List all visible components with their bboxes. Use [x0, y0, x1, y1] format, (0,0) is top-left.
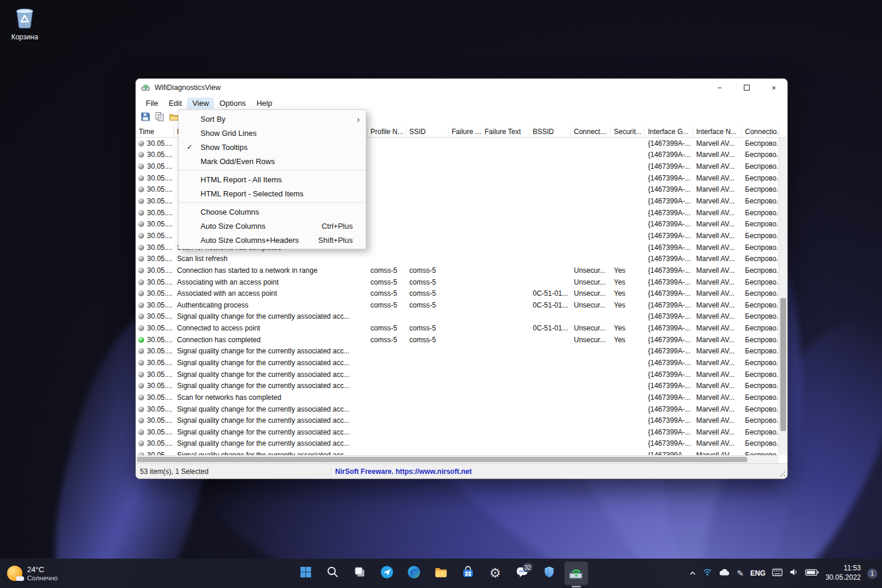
- checkmark-icon: ✓: [179, 143, 201, 151]
- cell-interface-name: Marvell AV...: [693, 255, 742, 263]
- wifi-tray-icon[interactable]: [703, 568, 712, 579]
- search-button[interactable]: [321, 562, 345, 585]
- event-description: Signal quality change for the currently …: [174, 451, 368, 455]
- table-row[interactable]: 30.05....Signal quality change for the c…: [136, 346, 787, 358]
- column-header-interface-g[interactable]: Interface G...: [645, 126, 693, 137]
- edge-button[interactable]: [402, 562, 426, 585]
- column-header-securit[interactable]: Securit...: [611, 126, 645, 137]
- column-header-failure-text[interactable]: Failure Text: [482, 126, 530, 137]
- cell-interface-guid: {1467399A-...: [645, 370, 693, 379]
- status-led-icon: [138, 440, 144, 446]
- file-explorer-button[interactable]: [429, 562, 453, 585]
- messenger-app-button[interactable]: [375, 562, 399, 585]
- menu-item-show-grid-lines[interactable]: Show Grid Lines: [179, 126, 366, 140]
- vertical-scrollbar-thumb[interactable]: [780, 298, 786, 432]
- menu-item-mark-odd-even-rows[interactable]: Mark Odd/Even Rows: [179, 154, 366, 168]
- column-header-time[interactable]: Time: [136, 126, 174, 137]
- table-row[interactable]: 30.05....Signal quality change for the c…: [136, 415, 787, 426]
- table-row[interactable]: 30.05....Connected to access pointcomss-…: [136, 322, 787, 334]
- file-explorer-icon: [434, 565, 448, 582]
- table-row[interactable]: 30.05....Signal quality change for the c…: [136, 311, 787, 323]
- menu-view[interactable]: View: [187, 98, 214, 109]
- volume-icon[interactable]: [789, 568, 799, 579]
- table-row[interactable]: 30.05....Connection has completedcomss-5…: [136, 334, 787, 346]
- menu-item-auto-size-columns-headers[interactable]: Auto Size Columns+HeadersShift+Plus: [179, 233, 366, 247]
- menu-edit[interactable]: Edit: [163, 98, 187, 109]
- menu-options[interactable]: Options: [214, 98, 251, 109]
- event-description: Signal quality change for the currently …: [174, 439, 368, 447]
- cell-profile: comss-5: [368, 289, 406, 298]
- event-time: 30.05....: [147, 312, 172, 320]
- column-header-interface-n[interactable]: Interface N...: [693, 126, 742, 137]
- tray-chevron-up-icon[interactable]: [689, 568, 696, 579]
- onedrive-cloud-icon[interactable]: [719, 568, 730, 579]
- table-row[interactable]: 30.05....Associated with an access point…: [136, 288, 787, 299]
- table-row[interactable]: 30.05....Signal quality change for the c…: [136, 403, 787, 415]
- copy-icon[interactable]: [155, 112, 165, 124]
- maximize-button[interactable]: [733, 79, 760, 96]
- recycle-bin[interactable]: Корзина: [6, 4, 44, 41]
- resize-grip-icon[interactable]: [780, 471, 786, 477]
- event-time: 30.05....: [147, 370, 172, 379]
- language-indicator[interactable]: ENG: [750, 569, 766, 577]
- table-row[interactable]: 30.05....Signal quality change for the c…: [136, 426, 787, 438]
- cell-interface-name: Marvell AV...: [693, 359, 742, 367]
- column-header-bssid[interactable]: BSSID: [530, 126, 571, 137]
- table-row[interactable]: 30.05....Signal quality change for the c…: [136, 357, 787, 369]
- table-row[interactable]: 30.05....Signal quality change for the c…: [136, 438, 787, 450]
- cell-interface-name: Marvell AV...: [693, 220, 742, 228]
- cell-connection: Беспрово...: [742, 393, 780, 402]
- menu-item-html-report-all-items[interactable]: HTML Report - All Items: [179, 172, 366, 186]
- cell-connection: Беспрово...: [742, 370, 780, 379]
- table-row[interactable]: 30.05....Associating with an access poin…: [136, 276, 787, 288]
- cell-interface-guid: {1467399A-...: [645, 162, 693, 171]
- start-button[interactable]: [294, 562, 318, 585]
- cell-interface-name: Marvell AV...: [693, 243, 742, 252]
- notification-count-badge[interactable]: 1: [867, 569, 877, 579]
- event-time: 30.05....: [147, 197, 172, 205]
- menu-file[interactable]: File: [141, 98, 163, 109]
- column-header-failure[interactable]: Failure ...: [449, 126, 482, 137]
- table-row[interactable]: 30.05....Signal quality change for the c…: [136, 369, 787, 380]
- taskbar-wifidiagnosticsview-button[interactable]: [564, 562, 588, 585]
- touch-keyboard-icon[interactable]: [772, 568, 783, 579]
- clock[interactable]: 11:53 30.05.2022: [826, 564, 861, 582]
- battery-icon[interactable]: [805, 568, 819, 579]
- table-row[interactable]: 30.05....Authenticating processcomss-5co…: [136, 299, 787, 311]
- column-header-profile-n[interactable]: Profile N...: [368, 126, 406, 137]
- microsoft-store-button[interactable]: [456, 562, 480, 585]
- cell-interface-name: Marvell AV...: [693, 162, 742, 171]
- save-icon[interactable]: [141, 112, 151, 124]
- table-row[interactable]: 30.05....Signal quality change for the c…: [136, 380, 787, 392]
- menu-item-auto-size-columns[interactable]: Auto Size ColumnsCtrl+Plus: [179, 219, 366, 233]
- pen-icon[interactable]: ✎: [737, 569, 744, 578]
- cell-interface-guid: {1467399A-...: [645, 451, 693, 455]
- horizontal-scrollbar-thumb[interactable]: [137, 457, 747, 462]
- chat-button[interactable]: 32: [510, 562, 534, 585]
- vertical-scrollbar[interactable]: [779, 138, 787, 455]
- settings-button[interactable]: ⚙: [483, 562, 507, 585]
- menu-item-choose-columns[interactable]: Choose Columns: [179, 205, 366, 219]
- title-bar[interactable]: WifiDiagnosticsView − ×: [136, 79, 787, 96]
- menu-item-show-tooltips[interactable]: ✓Show Tooltips: [179, 140, 366, 154]
- menu-help[interactable]: Help: [251, 98, 278, 109]
- menu-item-sort-by[interactable]: Sort By›: [179, 112, 366, 126]
- table-row[interactable]: 30.05....Scan for networks has completed…: [136, 392, 787, 403]
- security-app-button[interactable]: [537, 562, 561, 585]
- table-row[interactable]: 30.05....Signal quality change for the c…: [136, 449, 787, 455]
- cell-ssid: comss-5: [406, 289, 449, 298]
- column-header-connectio[interactable]: Connectio...: [742, 126, 780, 137]
- menu-item-html-report-selected-items[interactable]: HTML Report - Selected Items: [179, 186, 366, 201]
- window-title: WifiDiagnosticsView: [155, 83, 706, 92]
- cell-interface-guid: {1467399A-...: [645, 185, 693, 193]
- minimize-button[interactable]: −: [706, 79, 733, 96]
- weather-widget[interactable]: 24°C Солнечно: [7, 565, 58, 582]
- column-header-connect[interactable]: Connect...: [571, 126, 611, 137]
- nirsoft-link[interactable]: NirSoft Freeware. https://www.nirsoft.ne…: [332, 467, 472, 476]
- close-button[interactable]: ×: [760, 79, 787, 96]
- task-view-button[interactable]: [348, 562, 372, 585]
- horizontal-scrollbar[interactable]: [136, 455, 779, 463]
- table-row[interactable]: 30.05....Scan list refresh{1467399A-...M…: [136, 253, 787, 265]
- table-row[interactable]: 30.05....Connection has started to a net…: [136, 265, 787, 276]
- column-header-ssid[interactable]: SSID: [406, 126, 449, 137]
